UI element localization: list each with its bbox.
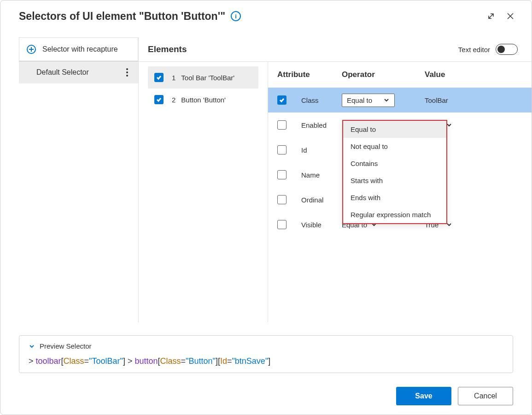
attr-value[interactable]: ToolBar	[425, 96, 448, 104]
operator-option[interactable]: Not equal to	[343, 138, 446, 155]
expand-icon[interactable]	[484, 9, 498, 24]
code-token: "ToolBar"	[89, 356, 123, 366]
attr-name: Ordinal	[301, 196, 323, 204]
code-token: =	[84, 356, 89, 366]
col-value: Value	[425, 70, 522, 79]
element-num: 2	[172, 96, 175, 104]
attr-name: Id	[301, 146, 307, 154]
checkbox-icon[interactable]	[277, 220, 286, 229]
preview-selector-panel: Preview Selector > toolbar[Class="ToolBa…	[19, 335, 513, 373]
info-icon[interactable]: i	[231, 11, 241, 21]
attr-header: Attribute Operator Value	[268, 62, 532, 88]
attributes-panel: Attribute Operator Value ClassEqual toEq…	[268, 62, 532, 322]
operator-option[interactable]: Regular expression match	[343, 206, 446, 223]
checkbox-icon[interactable]	[277, 145, 286, 154]
main-panel: Elements Text editor 1Tool Bar 'ToolBar'…	[139, 37, 532, 322]
checkbox-icon[interactable]	[154, 73, 164, 82]
attr-name: Enabled	[301, 121, 327, 129]
checkbox-icon[interactable]	[277, 195, 286, 204]
col-attribute: Attribute	[277, 70, 342, 79]
code-token: ]	[268, 356, 270, 366]
code-token: "btnSave"	[232, 356, 268, 366]
checkbox-icon[interactable]	[277, 170, 286, 179]
text-editor-label: Text editor	[458, 46, 490, 53]
attr-name: Name	[301, 171, 320, 179]
selectors-dialog: Selectors of UI element "Button 'Button'…	[0, 0, 532, 415]
checkbox-icon[interactable]	[277, 95, 286, 105]
operator-option[interactable]: Equal to	[343, 121, 446, 138]
element-num: 1	[172, 74, 175, 82]
code-token: Class	[64, 356, 84, 366]
dialog-footer: Save Cancel	[396, 387, 513, 405]
elements-heading: Elements	[148, 44, 187, 54]
checkbox-icon[interactable]	[277, 120, 286, 130]
text-editor-toggle[interactable]	[496, 44, 518, 55]
plus-icon	[27, 45, 36, 54]
sidebar: Selector with recapture Default Selector	[0, 37, 139, 322]
code-token: =	[181, 356, 186, 366]
selector-with-recapture-button[interactable]: Selector with recapture	[19, 37, 138, 61]
dialog-header: Selectors of UI element "Button 'Button'…	[0, 0, 532, 32]
code-token: button	[134, 356, 158, 366]
selector-item-label: Default Selector	[36, 68, 89, 77]
code-token: =	[227, 356, 232, 366]
element-row[interactable]: 1Tool Bar 'ToolBar'	[148, 66, 258, 89]
code-token: >	[125, 356, 135, 366]
cancel-button[interactable]: Cancel	[458, 387, 513, 405]
code-token: Id	[220, 356, 227, 366]
chevron-down-icon	[383, 97, 390, 103]
element-label: Button 'Button'	[181, 96, 226, 104]
code-token: Class	[160, 356, 181, 366]
attribute-row: ClassEqual toEqual toNot equal toContain…	[268, 88, 532, 113]
operator-select[interactable]: Equal toEqual toNot equal toContainsStar…	[342, 94, 395, 107]
chevron-down-icon	[29, 343, 35, 350]
dialog-title: Selectors of UI element "Button 'Button'…	[19, 10, 225, 23]
close-icon[interactable]	[503, 9, 518, 24]
main-header: Elements Text editor	[139, 37, 532, 62]
operator-dropdown: Equal toNot equal toContainsStarts withE…	[342, 120, 447, 224]
checkbox-icon[interactable]	[154, 95, 164, 104]
code-token: toolbar	[36, 356, 61, 366]
element-label: Tool Bar 'ToolBar'	[181, 74, 234, 82]
sidebar-item-default-selector[interactable]: Default Selector	[19, 61, 138, 83]
col-operator: Operator	[342, 70, 425, 79]
code-token: "Button"	[186, 356, 216, 366]
elements-list: 1Tool Bar 'ToolBar'2Button 'Button'	[139, 62, 268, 322]
recapture-label: Selector with recapture	[42, 45, 118, 53]
operator-option[interactable]: Ends with	[343, 189, 446, 206]
operator-option[interactable]: Starts with	[343, 172, 446, 189]
preview-code: > toolbar[Class="ToolBar"] > button[Clas…	[29, 356, 503, 366]
preview-selector-toggle[interactable]: Preview Selector	[29, 342, 503, 350]
preview-label: Preview Selector	[40, 342, 92, 350]
operator-option[interactable]: Contains	[343, 155, 446, 172]
text-editor-toggle-group: Text editor	[458, 44, 518, 55]
save-button[interactable]: Save	[396, 387, 451, 405]
attr-name: Visible	[301, 221, 322, 229]
element-row[interactable]: 2Button 'Button'	[148, 89, 258, 111]
attr-name: Class	[301, 96, 319, 104]
more-icon[interactable]	[124, 66, 130, 78]
code-token: >	[29, 356, 36, 366]
